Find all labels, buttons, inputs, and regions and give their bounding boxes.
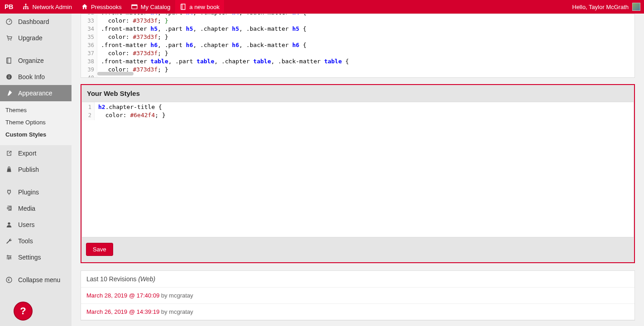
sidebar-item-users[interactable]: Users: [0, 217, 72, 233]
svg-point-12: [7, 207, 9, 209]
revision-link[interactable]: March 26, 2019 @ 14:39:19: [86, 308, 159, 315]
admin-sidebar: DashboardUpgradeOrganizeBook InfoAppeara…: [0, 14, 72, 326]
sidebar-item-collapse-menu[interactable]: Collapse menu: [0, 272, 72, 288]
sidebar-item-organize[interactable]: Organize: [0, 52, 72, 69]
code-lines: .front-matter h4, .part h4, .chapter h4,…: [97, 14, 634, 78]
revisions-panel: Last 10 Revisions (Web) March 28, 2019 @…: [81, 270, 635, 321]
svg-rect-11: [9, 75, 9, 76]
sidebar-item-publish[interactable]: Publish: [0, 161, 72, 178]
dashboard-icon: [5, 17, 14, 26]
svg-point-7: [8, 40, 9, 41]
svg-rect-19: [9, 258, 9, 260]
sidebar-item-appearance[interactable]: Appearance: [0, 85, 72, 101]
book-icon: [180, 3, 187, 10]
submenu-theme-options[interactable]: Theme Options: [0, 116, 72, 128]
user-icon: [5, 220, 14, 229]
main-content: 32 33 34 35 36 37 38 39 40 .front-matter…: [72, 14, 644, 326]
line-gutter: 1 2: [82, 102, 95, 120]
info-icon: [5, 72, 14, 81]
theme-css-viewer[interactable]: 32 33 34 35 36 37 38 39 40 .front-matter…: [81, 14, 635, 78]
svg-rect-18: [10, 256, 10, 258]
web-styles-panel: Your Web Styles 1 2 h2.chapter-title { c…: [81, 84, 635, 263]
custom-css-editor[interactable]: 1 2 h2.chapter-title { color: #6e42f4; }: [81, 102, 634, 237]
sidebar-item-export[interactable]: Export: [0, 145, 72, 161]
pressbooks-logo[interactable]: PB: [0, 3, 18, 10]
appearance-submenu: ThemesTheme OptionsCustom Styles: [0, 101, 72, 145]
save-button[interactable]: Save: [86, 243, 113, 256]
submenu-themes[interactable]: Themes: [0, 104, 72, 116]
svg-rect-1: [23, 8, 24, 9]
svg-rect-0: [25, 4, 27, 5]
collapse-icon: [5, 275, 14, 284]
svg-rect-14: [7, 255, 12, 256]
revision-link[interactable]: March 28, 2019 @ 17:40:09: [86, 292, 159, 299]
svg-rect-2: [25, 8, 27, 9]
svg-point-13: [8, 222, 10, 225]
settings-icon: [5, 253, 14, 262]
media-icon: [5, 204, 14, 213]
svg-point-20: [6, 277, 12, 283]
sidebar-item-tools[interactable]: Tools: [0, 233, 72, 249]
sidebar-item-dashboard[interactable]: Dashboard: [0, 14, 72, 30]
publish-icon: [5, 165, 14, 174]
sidebar-item-media[interactable]: Media: [0, 200, 72, 217]
svg-point-8: [10, 40, 11, 41]
adminbar-item-my-catalog[interactable]: My Catalog: [126, 0, 175, 14]
sidebar-item-book-info[interactable]: Book Info: [0, 69, 72, 85]
book-icon: [5, 56, 14, 65]
code-lines[interactable]: h2.chapter-title { color: #6e42f4; }: [95, 102, 634, 120]
revision-row: March 28, 2019 @ 17:40:09 by mcgratay: [81, 288, 634, 304]
horizontal-scrollbar[interactable]: [97, 72, 134, 76]
admin-bar: PB Network AdminPressbooksMy Cataloga ne…: [0, 0, 644, 14]
adminbar-item-pressbooks[interactable]: Pressbooks: [76, 0, 126, 14]
home-icon: [81, 3, 88, 10]
brush-icon: [5, 89, 14, 98]
cart-icon: [5, 33, 14, 43]
sidebar-item-settings[interactable]: Settings: [0, 249, 72, 265]
plug-icon: [5, 188, 14, 197]
svg-rect-15: [7, 257, 12, 257]
panel-title: Your Web Styles: [81, 85, 634, 102]
revision-row: March 26, 2019 @ 14:39:19 by mcgratay: [81, 304, 634, 320]
sidebar-item-upgrade[interactable]: Upgrade: [0, 30, 72, 46]
help-button[interactable]: ?: [14, 302, 33, 321]
svg-rect-10: [9, 76, 9, 79]
export-icon: [5, 149, 14, 158]
greeting-text[interactable]: Hello, Taylor McGrath: [572, 4, 629, 10]
revisions-heading: Last 10 Revisions (Web): [81, 271, 634, 288]
sitemap-icon: [22, 3, 29, 10]
svg-rect-5: [132, 5, 137, 6]
catalog-icon: [131, 3, 138, 10]
line-gutter: 32 33 34 35 36 37 38 39 40: [81, 14, 97, 78]
adminbar-item-a-new-book[interactable]: a new book: [175, 0, 224, 14]
svg-rect-3: [28, 8, 29, 9]
adminbar-item-network-admin[interactable]: Network Admin: [18, 0, 76, 14]
avatar-icon[interactable]: [632, 3, 640, 11]
wrench-icon: [5, 236, 14, 246]
sidebar-item-plugins[interactable]: Plugins: [0, 184, 72, 200]
svg-rect-17: [8, 255, 8, 257]
submenu-custom-styles[interactable]: Custom Styles: [0, 128, 72, 141]
